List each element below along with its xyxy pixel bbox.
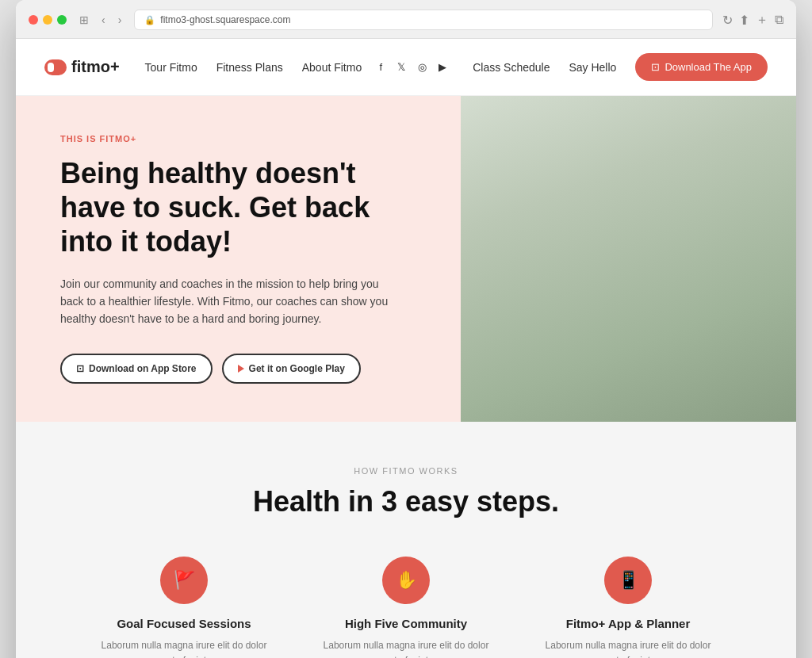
- download-app-button[interactable]: ⊡ Download The App: [635, 53, 768, 81]
- app-store-button[interactable]: ⊡ Download on App Store: [60, 354, 213, 384]
- highfive-icon: ✋: [396, 570, 417, 591]
- app-icon: 📱: [618, 570, 639, 591]
- nav-item-about[interactable]: About Fitmo: [302, 61, 362, 74]
- step-icon-3: 📱: [604, 557, 652, 604]
- step-item-3: 📱 Fitmo+ App & Planner Laborum nulla mag…: [517, 557, 739, 658]
- maximize-button[interactable]: [57, 15, 67, 25]
- step-title-1: Goal Focused Sessions: [117, 617, 251, 630]
- url-text: fitmo3-ghost.squarespace.com: [160, 14, 290, 25]
- googleplay-label: Get it on Google Play: [249, 363, 345, 374]
- site-content: fitmo+ Tour Fitmo Fitness Plans About Fi…: [16, 39, 796, 658]
- address-bar[interactable]: 🔒 fitmo3-ghost.squarespace.com: [134, 10, 713, 30]
- instagram-icon[interactable]: ◎: [416, 61, 428, 74]
- youtube-icon[interactable]: ▶: [436, 61, 449, 74]
- facebook-icon[interactable]: f: [374, 61, 387, 74]
- nav-link-tour[interactable]: Tour Fitmo: [145, 61, 197, 74]
- hero-bg: [461, 96, 796, 422]
- steps-grid: 🚩 Goal Focused Sessions Laborum nulla ma…: [44, 557, 768, 658]
- appstore-icon: ⊡: [76, 363, 84, 374]
- download-icon: ⊡: [651, 61, 660, 73]
- nav-link-schedule[interactable]: Class Schedule: [473, 61, 550, 74]
- browser-chrome: ⊞ ‹ › 🔒 fitmo3-ghost.squarespace.com ↻ ⬆…: [16, 0, 796, 39]
- hero-left: THIS IS FITMO+ Being healthy doesn't hav…: [16, 96, 461, 422]
- sidebar-toggle-button[interactable]: ⊞: [76, 12, 92, 28]
- step-title-2: High Five Community: [345, 617, 467, 630]
- hero-image: [461, 96, 796, 422]
- hero-buttons: ⊡ Download on App Store Get it on Google…: [60, 354, 423, 384]
- back-button[interactable]: ‹: [98, 12, 109, 28]
- hero-right: [461, 96, 796, 422]
- new-tab-button[interactable]: ＋: [756, 12, 768, 29]
- social-icons: f 𝕏 ◎ ▶: [374, 61, 449, 74]
- section-tag: HOW FITMO WORKS: [44, 466, 768, 476]
- step-body-1: Laborum nulla magna irure elit do dolor …: [92, 638, 276, 658]
- tabs-button[interactable]: ⧉: [775, 12, 783, 29]
- close-button[interactable]: [29, 15, 38, 25]
- step-item-2: ✋ High Five Community Laborum nulla magn…: [295, 557, 517, 658]
- google-play-button[interactable]: Get it on Google Play: [222, 354, 361, 384]
- browser-controls: ⊞ ‹ ›: [76, 12, 124, 28]
- traffic-lights: [29, 15, 67, 25]
- hero-body: Join our community and coaches in the mi…: [60, 275, 393, 328]
- browser-actions: ↻ ⬆ ＋ ⧉: [722, 12, 783, 29]
- twitter-icon[interactable]: 𝕏: [395, 61, 408, 74]
- reload-button[interactable]: ↻: [722, 12, 733, 29]
- minimize-button[interactable]: [43, 15, 52, 25]
- play-icon: [238, 365, 244, 373]
- step-title-3: Fitmo+ App & Planner: [566, 617, 691, 630]
- section-headline: Health in 3 easy steps.: [44, 485, 768, 518]
- how-it-works-section: HOW FITMO WORKS Health in 3 easy steps. …: [16, 422, 796, 658]
- hero-section: THIS IS FITMO+ Being healthy doesn't hav…: [16, 96, 796, 422]
- lock-icon: 🔒: [144, 15, 155, 25]
- nav-link-fitness[interactable]: Fitness Plans: [216, 61, 283, 74]
- forward-button[interactable]: ›: [115, 12, 125, 28]
- nav-item-fitness[interactable]: Fitness Plans: [216, 61, 283, 74]
- nav-item-tour[interactable]: Tour Fitmo: [145, 61, 197, 74]
- navbar: fitmo+ Tour Fitmo Fitness Plans About Fi…: [16, 39, 796, 96]
- nav-link-about[interactable]: About Fitmo: [302, 61, 362, 74]
- nav-links: Tour Fitmo Fitness Plans About Fitmo: [145, 61, 362, 74]
- step-icon-1: 🚩: [160, 557, 208, 604]
- logo[interactable]: fitmo+: [44, 58, 120, 76]
- step-icon-2: ✋: [382, 557, 430, 604]
- hero-headline: Being healthy doesn't have to suck. Get …: [60, 156, 377, 259]
- logo-icon: [44, 59, 67, 75]
- goal-icon: 🚩: [174, 570, 195, 591]
- download-label: Download The App: [665, 61, 752, 73]
- step-body-2: Laborum nulla magna irure elit do dolor …: [314, 638, 498, 658]
- nav-link-hello[interactable]: Say Hello: [569, 61, 616, 74]
- hero-tag: THIS IS FITMO+: [60, 134, 423, 143]
- share-button[interactable]: ⬆: [739, 12, 749, 29]
- appstore-label: Download on App Store: [89, 363, 197, 374]
- logo-text: fitmo+: [71, 58, 120, 76]
- browser-window: ⊞ ‹ › 🔒 fitmo3-ghost.squarespace.com ↻ ⬆…: [16, 0, 796, 658]
- step-item-1: 🚩 Goal Focused Sessions Laborum nulla ma…: [73, 557, 295, 658]
- step-body-3: Laborum nulla magna irure elit do dolor …: [536, 638, 720, 658]
- nav-right: Class Schedule Say Hello ⊡ Download The …: [473, 53, 768, 81]
